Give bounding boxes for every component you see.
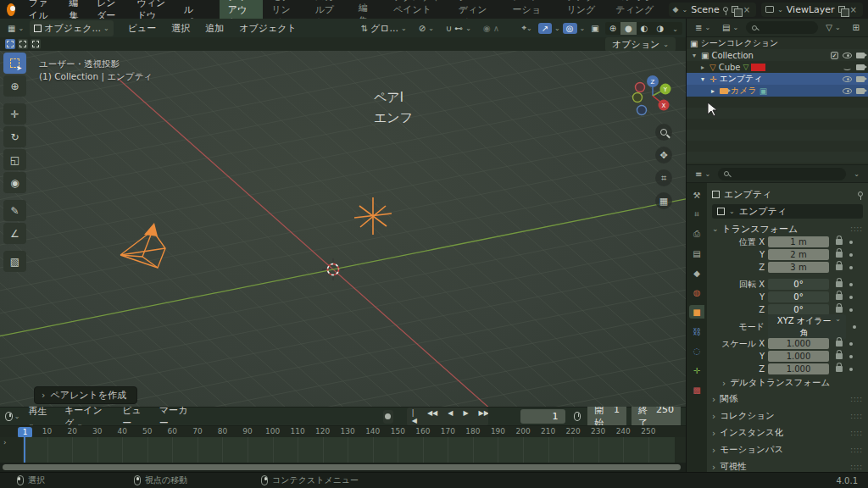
animate-dot-icon[interactable] (849, 296, 853, 299)
disable-render-icon[interactable] (856, 64, 865, 70)
tool-cursor[interactable]: ⊕ (3, 75, 26, 97)
object-name-field[interactable]: ⌄ エンプティ (712, 204, 863, 219)
horizontal-scrollbar[interactable] (3, 464, 681, 470)
tool-rotate[interactable]: ↻ (3, 126, 26, 147)
material-swatch[interactable] (751, 64, 765, 71)
shading-rendered-icon[interactable]: ◑ (653, 22, 669, 35)
shading-dropdown-icon[interactable]: ⌄ (668, 22, 682, 35)
blender-logo-icon[interactable] (7, 3, 15, 16)
location-y-field[interactable]: 2 m (768, 249, 829, 260)
remove-viewlayer-icon[interactable]: × (849, 5, 859, 14)
scale-x-field[interactable]: 1.000 (768, 338, 829, 349)
tab-world[interactable]: ◍ (689, 286, 704, 299)
animate-dot-icon[interactable] (849, 283, 853, 286)
properties-options-button[interactable]: ⌄ (849, 169, 864, 180)
location-x-field[interactable]: 1 m (768, 236, 829, 247)
play-reverse-button[interactable]: ◀ (442, 408, 458, 426)
expand-icon[interactable]: ▾ (690, 52, 698, 59)
playhead-line[interactable] (24, 437, 25, 463)
outliner-editor-icon[interactable]: ▤⌄ (718, 21, 743, 34)
select-mode-set-icon[interactable] (5, 39, 15, 49)
viewport-canvas[interactable]: ユーザー・透視投影 (1) Collection | エンプティ ペアl エンフ… (0, 51, 686, 407)
lock-icon[interactable] (836, 239, 843, 245)
gizmo-x-label[interactable]: X (662, 103, 666, 109)
animate-dot-icon[interactable] (849, 253, 853, 257)
menu-select[interactable]: 選択 (164, 20, 198, 36)
empty-object[interactable] (354, 197, 392, 235)
unlink-scene-icon[interactable]: × (742, 5, 752, 14)
row-cube[interactable]: ▸ ▽ Cube ▽ (687, 61, 868, 73)
rotation-mode-select[interactable]: XYZ オイラー角⌄ (768, 314, 846, 340)
menu-object[interactable]: オブジェクト (231, 20, 304, 36)
rotation-y-field[interactable]: 0° (768, 291, 829, 302)
selectability-dropdown[interactable]: ⌖⌄ (518, 22, 535, 34)
lock-icon[interactable] (836, 252, 843, 258)
transform-orientation-button[interactable]: ⇅グロ...⌄ (357, 20, 411, 36)
camera-object[interactable] (120, 223, 165, 268)
use-preview-range-icon[interactable] (574, 412, 581, 421)
animate-dot-icon[interactable] (849, 266, 853, 269)
scale-z-field[interactable]: 1.000 (768, 363, 829, 374)
tab-view-layer[interactable]: ▤ (689, 247, 704, 260)
new-scene-icon[interactable] (732, 6, 738, 13)
panel-grip-icon[interactable] (850, 413, 863, 420)
panel-grip-icon[interactable] (850, 396, 863, 403)
scene-selector[interactable]: ◆⌄ Scene × (669, 3, 757, 17)
operator-panel[interactable]: ペアレントを作成 (34, 386, 137, 404)
new-viewlayer-icon[interactable] (838, 6, 845, 13)
lock-icon[interactable] (836, 366, 843, 372)
outliner-search-input[interactable] (746, 21, 818, 34)
viewlayer-selector[interactable]: ⌄ ViewLayer × (761, 3, 863, 17)
panel-grip-icon[interactable] (850, 225, 863, 233)
rotation-x-field[interactable]: 0° (768, 279, 829, 290)
pivot-point-button[interactable]: ⊘⌄ (415, 22, 438, 35)
outliner-display-mode[interactable]: ≣⌄ (691, 21, 715, 34)
location-z-field[interactable]: 3 m (768, 262, 829, 273)
animate-dot-icon[interactable] (849, 355, 853, 358)
ortho-toggle-button[interactable]: ▦ (655, 192, 672, 209)
scale-y-field[interactable]: 1.000 (768, 351, 829, 362)
jump-start-button[interactable]: |◀ (407, 408, 422, 426)
tab-object[interactable]: ■ (689, 305, 704, 319)
next-keyframe-button[interactable]: ▶▶ (474, 408, 488, 426)
section-delta-transform[interactable]: デルタトランスフォーム (722, 375, 863, 391)
select-mode-extend-icon[interactable] (18, 39, 28, 49)
lock-icon[interactable] (836, 294, 843, 300)
panel-grip-icon[interactable] (850, 430, 863, 437)
tab-output[interactable]: ⎙ (689, 227, 704, 241)
pan-button[interactable]: ✥ (655, 147, 672, 164)
lock-icon[interactable] (836, 264, 843, 270)
hide-viewport-icon[interactable] (843, 88, 852, 94)
play-button[interactable]: ▶ (458, 408, 473, 426)
navigation-gizmo[interactable]: Z Y X (632, 73, 674, 119)
shading-wireframe-icon[interactable]: ⊕ (605, 22, 620, 35)
properties-search-input[interactable] (718, 168, 846, 180)
tool-transform[interactable]: ◉ (3, 172, 26, 193)
gizmo-y-label[interactable]: Y (663, 86, 668, 93)
row-empty[interactable]: ▾ ✛ エンプティ (687, 73, 868, 85)
mode-selector[interactable]: オブジェク...⌄ (30, 20, 113, 36)
gizmos-toggle[interactable]: ↗ (538, 23, 552, 34)
pin-id-icon[interactable] (858, 191, 863, 197)
proportional-edit-button[interactable]: ◉∧ (479, 22, 504, 35)
section-motion-paths[interactable]: モーションパス (712, 441, 863, 458)
zoom-button[interactable] (655, 124, 672, 141)
pin-icon[interactable] (723, 7, 728, 12)
camera-view-button[interactable]: ⌗ (655, 169, 672, 186)
tab-object-data[interactable]: ✛ (689, 363, 704, 377)
hide-viewport-icon[interactable] (843, 64, 852, 70)
lock-icon[interactable] (836, 281, 843, 287)
current-frame-field[interactable]: 1 (520, 409, 565, 424)
disable-render-icon[interactable] (856, 76, 865, 82)
shading-solid-icon[interactable]: ● (620, 22, 637, 35)
overlays-toggle[interactable]: ◎ (563, 23, 577, 34)
disable-render-icon[interactable] (856, 53, 865, 58)
shading-material-icon[interactable]: ◐ (637, 22, 653, 35)
hide-viewport-icon[interactable] (843, 53, 852, 58)
tab-tool[interactable]: ⚒ (689, 188, 704, 202)
tool-scale[interactable]: ◱ (3, 149, 26, 170)
gizmo-z-label[interactable]: Z (651, 79, 655, 86)
lock-icon[interactable] (836, 353, 843, 359)
panel-grip-icon[interactable] (850, 446, 863, 454)
animate-dot-icon[interactable] (849, 342, 853, 346)
